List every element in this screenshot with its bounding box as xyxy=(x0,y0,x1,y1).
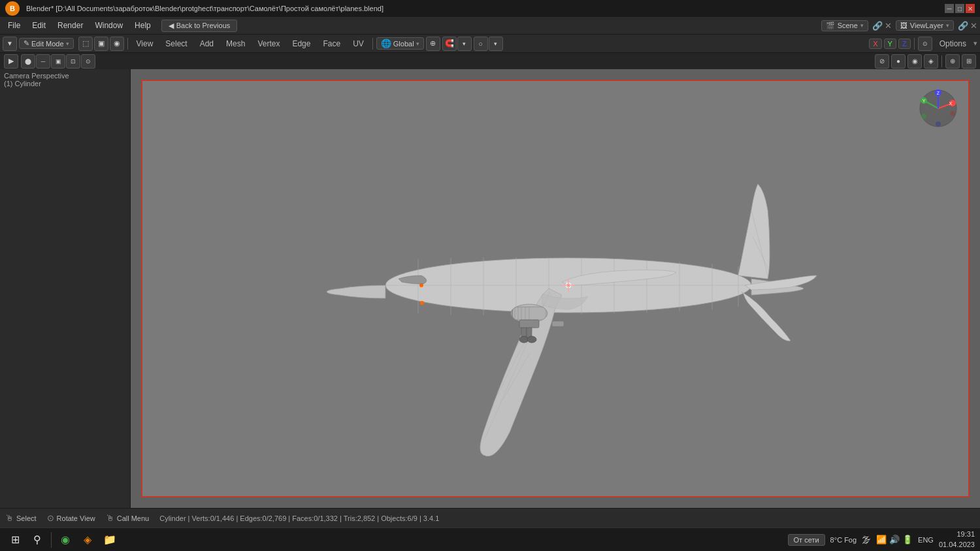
call-menu-status: 🖱 Call Menu xyxy=(106,513,150,523)
shading-wireframe[interactable]: ⊘ xyxy=(875,54,889,69)
menu-edit[interactable]: Edit xyxy=(27,20,51,31)
view-layer-selector[interactable]: 🖼 ViewLayer ▾ xyxy=(896,20,954,31)
window-title: Blender* [D:\All Documents\зараброток\Bl… xyxy=(26,5,384,12)
svg-point-39 xyxy=(420,301,424,305)
transform-space-selector[interactable]: 🌐 Global ▾ xyxy=(376,37,424,50)
play-icon[interactable]: ▶ xyxy=(4,54,18,69)
3d-viewport[interactable]: X Y Z xyxy=(131,69,980,508)
object-name-label: (1) Cylinder xyxy=(4,80,69,87)
toolbar-separator-1 xyxy=(127,38,128,50)
menu-uv[interactable]: UV xyxy=(348,38,369,50)
menu-face[interactable]: Face xyxy=(318,38,346,50)
viewport-shading-icons: ⊘ ● ◉ ◈ ⊕ ⊞ xyxy=(875,54,976,69)
taskbar: ⊞ ⚲ ◉ ◈ 📁 От сети 8°C Fog 🌫 📶 🔊 🔋 ENG 19… xyxy=(0,527,980,551)
view-layer-dropdown-arrow: ▾ xyxy=(946,22,949,29)
scene-selector[interactable]: 🎬 Scene ▾ xyxy=(821,20,868,31)
language-label: ENG xyxy=(918,536,934,544)
shading-solid[interactable]: ● xyxy=(891,54,906,69)
blender-button[interactable]: ◈ xyxy=(78,530,97,550)
minimize-button[interactable]: ─ xyxy=(945,4,954,13)
edge-select-mode[interactable]: ─ xyxy=(36,54,50,69)
options-button[interactable]: Options xyxy=(934,38,972,50)
view-layer-extra-icon1: 🔗 xyxy=(958,21,968,31)
svg-rect-32 xyxy=(552,321,564,326)
maximize-button[interactable]: □ xyxy=(955,4,964,13)
menu-add[interactable]: Add xyxy=(195,38,219,50)
back-button-label: Back to Previous xyxy=(176,22,231,29)
mode-icon[interactable]: ▼ xyxy=(3,37,17,51)
windows-start-button[interactable]: ⊞ xyxy=(5,530,25,550)
rotate-view-label: Rotate View xyxy=(57,514,95,522)
viewport-info: Camera Perspective (1) Cylinder xyxy=(4,72,69,87)
proportional-btn[interactable]: ○ xyxy=(474,37,488,51)
svg-text:Y: Y xyxy=(923,99,926,103)
svg-text:X: X xyxy=(949,101,953,106)
pivot-point-btn[interactable]: ⊕ xyxy=(426,37,440,51)
viewport-shading-wire[interactable]: ⬚ xyxy=(78,37,93,51)
face-select-mode[interactable]: ▣ xyxy=(51,54,65,69)
menu-help[interactable]: Help xyxy=(129,20,156,31)
menu-window[interactable]: Window xyxy=(90,20,128,31)
scene-extra-icon1: 🔗 xyxy=(872,21,883,31)
edit-mode-icon: ✎ xyxy=(24,39,29,48)
svg-point-51 xyxy=(921,114,926,119)
view-layer-label: ViewLayer xyxy=(910,22,943,29)
network-button[interactable]: От сети xyxy=(788,534,825,546)
svg-point-50 xyxy=(950,111,955,116)
menu-bar-right: 🎬 Scene ▾ 🔗 ✕ 🖼 ViewLayer ▾ 🔗 ✕ xyxy=(821,20,977,31)
y-axis-label[interactable]: Y xyxy=(884,39,896,49)
taskbar-right: От сети 8°C Fog 🌫 📶 🔊 🔋 ENG 19:31 01.04.… xyxy=(788,529,975,550)
menu-file[interactable]: File xyxy=(3,20,25,31)
proportional-options[interactable]: ▾ xyxy=(489,37,503,51)
svg-text:Z: Z xyxy=(937,91,940,95)
mode-select-icons: ⬤ ─ ▣ ⊡ ⊙ xyxy=(21,54,95,69)
options-dropdown-arrow: ▾ xyxy=(973,39,977,48)
vertex-select-mode[interactable]: ⬤ xyxy=(21,54,35,69)
overlay-toggle[interactable]: ⊕ xyxy=(945,54,960,69)
edit-mode-selector[interactable]: ✎ Edit Mode ▾ xyxy=(19,38,74,49)
edit-mode-dropdown-arrow: ▾ xyxy=(66,40,69,47)
shading-material[interactable]: ◉ xyxy=(907,54,922,69)
viewport-shading-solid[interactable]: ▣ xyxy=(94,37,108,51)
viewport-shading-rendered[interactable]: ◉ xyxy=(110,37,124,51)
airplane-view: X Y Z xyxy=(142,81,968,496)
menu-render[interactable]: Render xyxy=(52,20,88,31)
xyz-gizmo[interactable]: X Y Z xyxy=(919,89,958,128)
menu-view[interactable]: View xyxy=(131,38,159,50)
folder-button[interactable]: 📁 xyxy=(100,530,120,550)
gizmo-toggle[interactable]: ⊞ xyxy=(962,54,976,69)
scene-dropdown-arrow: ▾ xyxy=(860,22,864,29)
z-axis-label[interactable]: Z xyxy=(898,39,911,49)
window-controls: ─ □ ✕ xyxy=(945,4,975,13)
shading-rendered[interactable]: ◈ xyxy=(924,54,938,69)
select-mode-extra[interactable]: ⊡ xyxy=(66,54,80,69)
menu-mesh[interactable]: Mesh xyxy=(221,38,250,50)
shading-sep xyxy=(941,55,942,67)
svg-point-31 xyxy=(527,336,536,343)
menu-vertex[interactable]: Vertex xyxy=(252,38,285,50)
clock-display: 19:31 01.04.2023 xyxy=(939,529,975,550)
menu-edge[interactable]: Edge xyxy=(287,38,316,50)
snap-toggle[interactable]: 🧲 xyxy=(442,37,457,51)
camera-border: X Y Z xyxy=(141,80,970,497)
x-axis-label[interactable]: X xyxy=(869,39,881,49)
title-bar-left: B Blender* [D:\All Documents\зараброток\… xyxy=(5,1,384,16)
select-label: Select xyxy=(16,514,37,522)
chrome-button[interactable]: ◉ xyxy=(56,530,75,550)
menu-select[interactable]: Select xyxy=(160,38,192,50)
title-bar: B Blender* [D:\All Documents\зараброток\… xyxy=(0,0,980,17)
wifi-icon: 📶 xyxy=(876,535,887,544)
battery-icon: 🔋 xyxy=(902,535,913,544)
back-to-previous-button[interactable]: ◀ Back to Previous xyxy=(161,20,238,32)
snap-options[interactable]: ▾ xyxy=(457,37,472,51)
toolbar-separator-2 xyxy=(372,38,373,50)
view-layer-icon: 🖼 xyxy=(900,22,907,29)
xray-toggle[interactable]: ⊙ xyxy=(81,54,95,69)
close-button[interactable]: ✕ xyxy=(966,4,975,13)
search-button[interactable]: ⚲ xyxy=(27,530,47,550)
svg-point-52 xyxy=(936,121,941,127)
global-icon: 🌐 xyxy=(381,39,391,48)
toolbar-separator-3 xyxy=(914,38,915,50)
transform-button[interactable]: ⊙ xyxy=(918,37,932,51)
snapping-controls: 🧲 ▾ xyxy=(442,37,472,51)
